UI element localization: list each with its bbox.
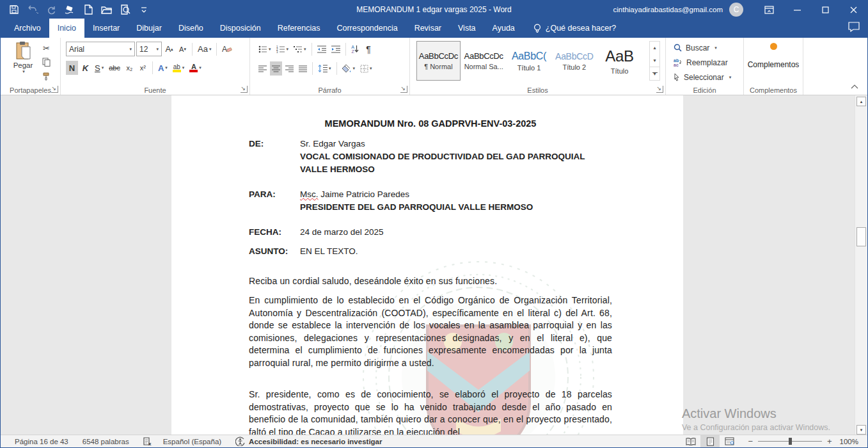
zoom-out-icon[interactable]: − xyxy=(748,436,753,446)
text-effects-button[interactable]: A▾ xyxy=(156,61,170,75)
accessibility-icon[interactable] xyxy=(235,436,245,446)
zoom-slider[interactable] xyxy=(758,441,822,442)
font-dialog-launcher-icon[interactable]: ↘ xyxy=(241,86,248,93)
close-button[interactable] xyxy=(839,1,867,19)
minimize-button[interactable] xyxy=(783,1,811,19)
new-document-icon[interactable] xyxy=(81,3,95,17)
page-indicator[interactable]: Página 16 de 43 xyxy=(15,438,68,445)
word-count[interactable]: 6548 palabras xyxy=(83,438,129,445)
decrease-indent-button[interactable] xyxy=(315,42,328,56)
account-email[interactable]: cinthiayadirabastidas@gmail.com xyxy=(613,6,723,13)
document-page[interactable]: MEMORANDUM Nro. 08 GADPRVH-ENV-03-2025 D… xyxy=(171,95,683,436)
align-center-button[interactable] xyxy=(270,61,282,76)
font-size-combo[interactable]: 12 ▾ xyxy=(136,42,162,56)
collapse-ribbon-icon[interactable] xyxy=(851,82,858,91)
paste-dropdown-icon[interactable]: ▾ xyxy=(22,69,25,74)
replace-button[interactable]: abac Reemplazar xyxy=(674,55,743,70)
styles-scroll-down-icon[interactable]: ▾ xyxy=(650,54,659,67)
highlight-button[interactable]: ab▾ xyxy=(171,61,187,75)
font-name-combo[interactable]: Arial ▾ xyxy=(66,42,135,56)
redo-icon[interactable] xyxy=(44,3,58,17)
tab-diseno[interactable]: Diseño xyxy=(170,19,212,38)
tab-dibujar[interactable]: Dibujar xyxy=(128,19,170,38)
tab-inicio[interactable]: Inicio xyxy=(49,19,84,38)
style-titulo[interactable]: AaB Título xyxy=(597,41,642,81)
style-normal-sa[interactable]: AaBbCcDc Normal Sa... xyxy=(462,41,506,81)
sort-button[interactable]: AZ xyxy=(349,42,361,56)
zoom-in-icon[interactable]: + xyxy=(827,436,832,446)
styles-more-icon[interactable]: ▾ xyxy=(650,67,659,80)
font-size-dropdown-icon[interactable]: ▾ xyxy=(156,47,159,52)
tab-vista[interactable]: Vista xyxy=(450,19,484,38)
align-right-button[interactable] xyxy=(283,61,296,76)
tab-correspondencia[interactable]: Correspondencia xyxy=(328,19,406,38)
eraser-icon[interactable] xyxy=(63,3,77,17)
subscript-button[interactable]: x₂ xyxy=(123,61,136,75)
styles-scroll-up-icon[interactable]: ▴ xyxy=(650,42,659,54)
strikethrough-button[interactable]: abc xyxy=(107,61,122,75)
numbering-button[interactable]: 123▾ xyxy=(274,42,291,56)
clear-formatting-button[interactable]: A xyxy=(220,42,234,56)
style-normal[interactable]: AaBbCcDc ¶ Normal xyxy=(416,41,461,81)
justify-button[interactable] xyxy=(297,61,309,76)
superscript-button[interactable]: x² xyxy=(137,61,149,75)
save-icon[interactable] xyxy=(7,3,21,17)
read-mode-icon[interactable] xyxy=(681,435,700,447)
zoom-level[interactable]: 100% xyxy=(840,438,858,445)
proofing-errors-icon[interactable]: x xyxy=(143,437,153,446)
tab-insertar[interactable]: Insertar xyxy=(84,19,128,38)
tell-me-box[interactable]: ¿Qué desea hacer? xyxy=(533,19,617,38)
change-case-button[interactable]: Aa▾ xyxy=(196,42,213,56)
paste-button[interactable]: Pegar ▾ xyxy=(8,41,38,74)
zoom-slider-thumb[interactable] xyxy=(789,438,792,445)
cut-icon[interactable]: ✂ xyxy=(40,42,52,54)
align-left-button[interactable] xyxy=(256,61,269,76)
account-avatar[interactable]: C xyxy=(729,3,743,17)
grow-font-button[interactable]: A▴ xyxy=(163,42,175,56)
format-painter-icon[interactable] xyxy=(40,70,52,82)
shrink-font-button[interactable]: A▾ xyxy=(177,42,189,56)
print-preview-icon[interactable] xyxy=(118,3,132,17)
maximize-button[interactable] xyxy=(811,1,839,19)
feedback-icon[interactable] xyxy=(848,22,860,35)
open-folder-icon[interactable] xyxy=(100,3,114,17)
customize-qat-icon[interactable] xyxy=(137,3,151,17)
accessibility-status[interactable]: Accesibilidad: es necesario investigar xyxy=(249,438,382,445)
font-color-button[interactable]: A▾ xyxy=(187,61,203,75)
clipboard-dialog-launcher-icon[interactable]: ↘ xyxy=(51,86,58,93)
tab-ayuda[interactable]: Ayuda xyxy=(484,19,523,38)
copy-icon[interactable] xyxy=(40,56,52,68)
find-button[interactable]: Buscar▾ xyxy=(674,40,743,55)
show-marks-button[interactable]: ¶ xyxy=(363,42,375,56)
styles-dialog-launcher-icon[interactable]: ↘ xyxy=(656,86,663,93)
print-layout-icon[interactable] xyxy=(700,435,720,447)
tab-archivo[interactable]: Archivo xyxy=(6,19,49,38)
scrollbar-thumb[interactable] xyxy=(856,227,866,246)
bullets-button[interactable]: ▾ xyxy=(256,42,273,56)
tab-referencias[interactable]: Referencias xyxy=(269,19,329,38)
paragraph-dialog-launcher-icon[interactable]: ↘ xyxy=(400,86,407,93)
tab-disposicion[interactable]: Disposición xyxy=(212,19,269,38)
multilevel-list-button[interactable]: ▾ xyxy=(292,42,308,56)
increase-indent-button[interactable] xyxy=(329,42,342,56)
italic-button[interactable]: K xyxy=(79,61,91,75)
style-titulo-1[interactable]: AaBbC( Título 1 xyxy=(507,41,551,81)
language-indicator[interactable]: Español (España) xyxy=(163,438,221,445)
ribbon-display-options-icon[interactable] xyxy=(755,1,783,19)
line-spacing-button[interactable]: ▾ xyxy=(316,61,333,76)
scroll-up-icon[interactable]: ▴ xyxy=(856,97,866,106)
shading-button[interactable]: ▾ xyxy=(340,61,358,76)
style-titulo-2[interactable]: AaBbCcD Título 2 xyxy=(552,41,596,81)
undo-icon[interactable] xyxy=(26,3,40,17)
complementos-button[interactable]: Complementos xyxy=(744,43,803,69)
bold-button[interactable]: N xyxy=(66,61,78,75)
web-layout-icon[interactable] xyxy=(720,435,739,447)
scroll-down-icon[interactable]: ▾ xyxy=(856,425,866,435)
borders-button[interactable]: ▾ xyxy=(358,61,374,76)
font-name-dropdown-icon[interactable]: ▾ xyxy=(129,47,132,52)
tab-revisar[interactable]: Revisar xyxy=(406,19,450,38)
vertical-scrollbar[interactable]: ▴ ▾ xyxy=(855,95,867,436)
spellcheck-word: Msc. xyxy=(300,189,319,199)
underline-button[interactable]: S▾ xyxy=(93,61,106,75)
select-button[interactable]: Seleccionar▾ xyxy=(674,70,743,84)
